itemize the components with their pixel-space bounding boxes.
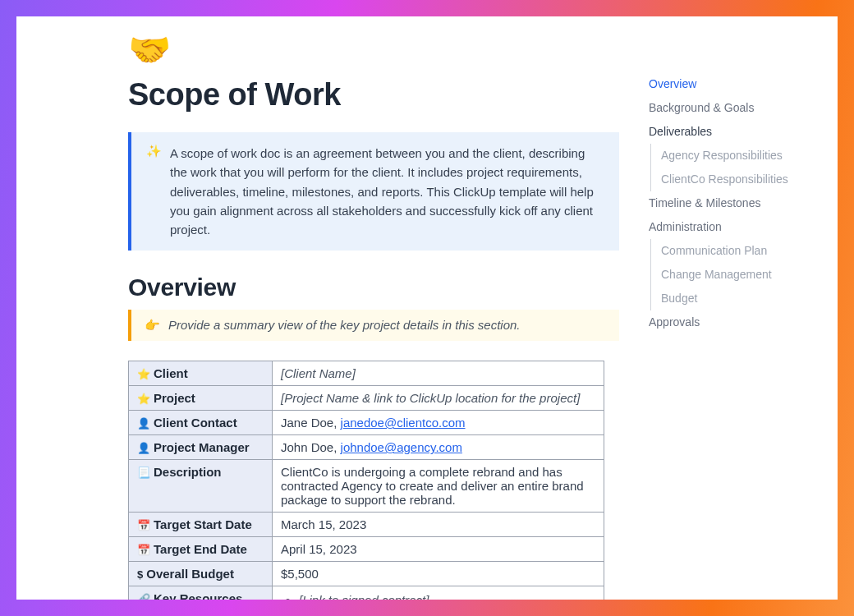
row-value[interactable]: [Client Name] <box>281 366 356 380</box>
resources-list: [Link to signed contract] [Link to Click… <box>281 593 595 600</box>
row-value[interactable]: March 15, 2023 <box>281 517 366 531</box>
row-label: Project Manager <box>154 440 250 454</box>
table-row[interactable]: 👤Client Contact Jane Doe, janedoe@client… <box>129 411 604 435</box>
table-row[interactable]: 📃Description ClientCo is undergoing a co… <box>129 460 604 513</box>
star-icon: ⭐ <box>137 368 150 380</box>
row-value[interactable]: $5,500 <box>281 567 319 581</box>
toc-item-administration[interactable]: Administration <box>649 215 823 239</box>
table-row[interactable]: 👤Project Manager John Doe, johndoe@agenc… <box>129 435 604 460</box>
overview-heading[interactable]: Overview <box>128 274 619 301</box>
page-icon: 📃 <box>137 467 150 479</box>
row-label: Key Resources <box>154 591 242 600</box>
pointing-icon: 👉 <box>145 318 160 333</box>
row-value-prefix: John Doe, <box>281 440 341 454</box>
table-row[interactable]: ⭐Project [Project Name & link to ClickUp… <box>129 386 604 411</box>
person-icon: 👤 <box>137 442 150 454</box>
toc-item-overview[interactable]: Overview <box>649 72 823 96</box>
row-label: Overall Budget <box>146 567 234 581</box>
document-title[interactable]: Scope of Work <box>128 77 619 113</box>
overview-hint-callout[interactable]: 👉 Provide a summary view of the key proj… <box>128 310 619 341</box>
list-item[interactable]: [Link to signed contract] <box>299 593 595 600</box>
row-label: Target Start Date <box>154 517 252 531</box>
dollar-icon: $ <box>137 568 143 581</box>
email-link[interactable]: johndoe@agency.com <box>341 440 462 454</box>
calendar-icon: 📅 <box>137 519 150 531</box>
toc-item-timeline-milestones[interactable]: Timeline & Milestones <box>649 191 823 215</box>
row-label: Client Contact <box>154 416 237 430</box>
document-page: 🤝 Scope of Work ✨ A scope of work doc is… <box>16 16 838 600</box>
toc-item-clientco-responsibilities[interactable]: ClientCo Responsibilities <box>650 168 823 191</box>
toc-item-approvals[interactable]: Approvals <box>649 310 823 334</box>
document-content: 🤝 Scope of Work ✨ A scope of work doc is… <box>16 16 649 600</box>
table-of-contents: Overview Background & Goals Deliverables… <box>649 16 838 600</box>
table-row[interactable]: $Overall Budget $5,500 <box>129 562 604 586</box>
email-link[interactable]: janedoe@clientco.com <box>341 416 466 430</box>
toc-item-agency-responsibilities[interactable]: Agency Responsibilities <box>650 144 823 168</box>
table-row[interactable]: 🔗Key Resources [Link to signed contract]… <box>129 586 604 600</box>
person-icon: 👤 <box>137 417 150 430</box>
row-value[interactable]: ClientCo is undergoing a complete rebran… <box>281 465 584 507</box>
intro-callout[interactable]: ✨ A scope of work doc is an agreement be… <box>128 132 619 251</box>
table-row[interactable]: 📅Target Start Date March 15, 2023 <box>129 513 604 537</box>
row-label: Project <box>154 391 195 405</box>
table-row[interactable]: 📅Target End Date April 15, 2023 <box>129 537 604 562</box>
row-label: Description <box>154 465 222 479</box>
row-label: Client <box>154 366 188 380</box>
document-emoji-icon[interactable]: 🤝 <box>128 33 619 67</box>
star-icon: ⭐ <box>137 393 150 405</box>
intro-callout-text: A scope of work doc is an agreement betw… <box>170 144 604 239</box>
toc-item-background-goals[interactable]: Background & Goals <box>649 96 823 120</box>
link-icon: 🔗 <box>137 593 150 600</box>
row-label: Target End Date <box>154 542 247 556</box>
toc-item-deliverables[interactable]: Deliverables <box>649 120 823 144</box>
project-details-table[interactable]: ⭐Client [Client Name] ⭐Project [Project … <box>128 361 604 600</box>
toc-item-communication-plan[interactable]: Communication Plan <box>650 239 823 263</box>
table-row[interactable]: ⭐Client [Client Name] <box>129 361 604 386</box>
row-value[interactable]: April 15, 2023 <box>281 542 357 556</box>
sparkle-icon: ✨ <box>146 144 162 239</box>
calendar-icon: 📅 <box>137 544 150 556</box>
row-value-prefix: Jane Doe, <box>281 416 341 430</box>
row-value[interactable]: [Project Name & link to ClickUp location… <box>281 391 580 405</box>
toc-item-change-management[interactable]: Change Management <box>650 263 823 287</box>
overview-hint-text: Provide a summary view of the key projec… <box>168 318 521 333</box>
toc-item-budget[interactable]: Budget <box>650 287 823 310</box>
